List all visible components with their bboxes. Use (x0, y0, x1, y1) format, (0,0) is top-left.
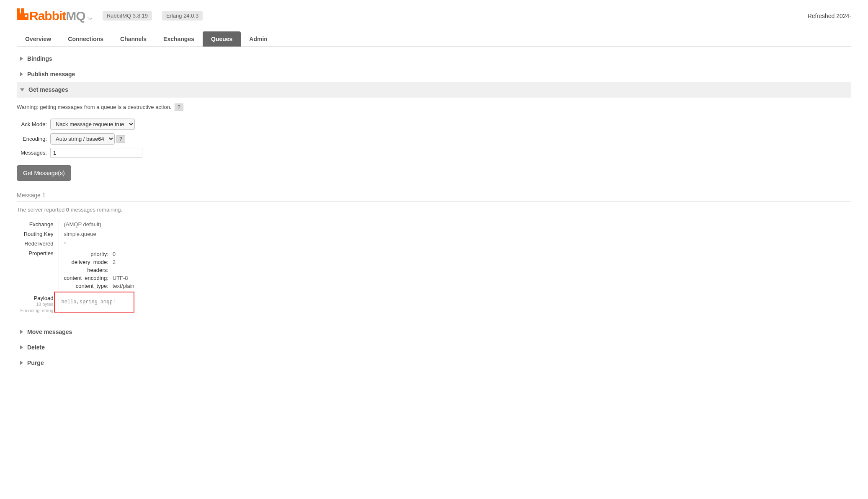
ack-mode-select[interactable]: Nack message requeue true (50, 119, 135, 130)
headers-value (111, 266, 134, 274)
tab-exchanges[interactable]: Exchanges (155, 31, 203, 47)
payload-label: Payload (17, 295, 54, 301)
section-move-messages[interactable]: Move messages (17, 324, 851, 340)
payload-row: Payload 18 bytes Encoding: string hello,… (17, 292, 134, 316)
section-purge-label: Purge (27, 359, 44, 366)
messages-label: Messages: (17, 150, 50, 156)
logo[interactable]: RabbitMQ TM (17, 8, 93, 23)
chevron-right-icon (20, 57, 23, 61)
section-delete[interactable]: Delete (17, 340, 851, 355)
messages-remaining: The server reported 0 messages remaining… (17, 207, 851, 213)
exchange-row: Exchange (AMQP default) (17, 220, 134, 229)
payload-encoding: Encoding: string (17, 308, 54, 314)
main-tabs: Overview Connections Channels Exchanges … (17, 31, 851, 47)
properties-row: Properties priority: 0 delivery_mode: 2 (17, 248, 134, 292)
tab-queues[interactable]: Queues (203, 31, 241, 47)
chevron-right-icon (20, 330, 23, 334)
get-messages-button[interactable]: Get Message(s) (17, 165, 71, 181)
header-row: RabbitMQ TM RabbitMQ 3.8.19 Erlang 24.0.… (17, 8, 851, 23)
redelivered-value: ○ (59, 239, 134, 248)
logo-tm: TM (87, 17, 93, 21)
section-get-messages-label: Get messages (28, 86, 68, 93)
tab-connections[interactable]: Connections (59, 31, 112, 47)
payload-label-cell: Payload 18 bytes Encoding: string (17, 292, 59, 316)
routing-key-row: Routing Key simple.queue (17, 229, 134, 239)
properties-value: priority: 0 delivery_mode: 2 headers: (59, 248, 134, 292)
redelivered-label: Redelivered (17, 239, 59, 248)
remaining-prefix: The server reported (17, 207, 66, 213)
refreshed-text: Refreshed 2024- (808, 13, 851, 19)
priority-label: priority: (64, 250, 111, 258)
header-left: RabbitMQ TM RabbitMQ 3.8.19 Erlang 24.0.… (17, 8, 203, 23)
warning-text: Warning: getting messages from a queue i… (17, 103, 851, 111)
content-encoding-value: UTF-8 (111, 274, 134, 282)
content-type-label: content_type: (64, 282, 111, 290)
content-type-value: text/plain (111, 282, 134, 290)
chevron-right-icon (20, 361, 23, 365)
help-button[interactable]: ? (175, 103, 183, 111)
section-publish-message[interactable]: Publish message (17, 67, 851, 82)
delivery-mode-label: delivery_mode: (64, 258, 111, 266)
remaining-count: 0 (66, 207, 69, 213)
routing-key-label: Routing Key (17, 229, 59, 239)
get-messages-body: Warning: getting messages from a queue i… (17, 98, 851, 324)
redelivered-row: Redelivered ○ (17, 239, 134, 248)
content-encoding-label: content_encoding: (64, 274, 111, 282)
headers-label: headers: (64, 266, 111, 274)
chevron-right-icon (20, 345, 23, 349)
chevron-right-icon (20, 72, 23, 76)
tab-channels[interactable]: Channels (112, 31, 155, 47)
svg-rect-3 (25, 15, 27, 17)
warning-message: Warning: getting messages from a queue i… (17, 104, 171, 110)
payload-value-cell: hello,spring amqp! (59, 292, 134, 316)
encoding-help-button[interactable]: ? (116, 135, 125, 143)
routing-key-value: simple.queue (59, 229, 134, 239)
exchange-label: Exchange (17, 220, 59, 229)
ack-mode-row: Ack Mode: Nack message requeue true (17, 119, 851, 130)
rabbitmq-version-badge: RabbitMQ 3.8.19 (103, 11, 152, 21)
message-details-table: Exchange (AMQP default) Routing Key simp… (17, 220, 134, 316)
section-move-label: Move messages (27, 328, 72, 335)
encoding-label: Encoding: (17, 136, 50, 142)
erlang-version-badge: Erlang 24.0.3 (162, 11, 203, 21)
encoding-select[interactable]: Auto string / base64 (50, 133, 115, 145)
properties-label: Properties (17, 248, 59, 292)
logo-text-mq: MQ (66, 9, 85, 23)
encoding-row: Encoding: Auto string / base64 ? (17, 133, 851, 145)
message-heading: Message 1 (17, 189, 851, 202)
rabbitmq-logo-icon (17, 8, 28, 20)
logo-text-rabbit: Rabbit (29, 9, 66, 23)
tab-admin[interactable]: Admin (241, 31, 276, 47)
section-bindings-label: Bindings (27, 55, 52, 62)
priority-value: 0 (111, 250, 134, 258)
payload-bytes: 18 bytes (17, 301, 54, 308)
delivery-mode-value: 2 (111, 258, 134, 266)
messages-input[interactable] (50, 148, 142, 158)
section-bindings[interactable]: Bindings (17, 51, 851, 67)
section-publish-label: Publish message (27, 71, 75, 78)
section-purge[interactable]: Purge (17, 355, 851, 371)
messages-row: Messages: (17, 148, 851, 158)
section-delete-label: Delete (27, 344, 45, 351)
section-get-messages[interactable]: Get messages (17, 82, 851, 98)
remaining-suffix: messages remaining. (69, 207, 122, 213)
ack-mode-label: Ack Mode: (17, 121, 50, 127)
exchange-value: (AMQP default) (59, 220, 134, 229)
payload-box: hello,spring amqp! (54, 292, 134, 313)
tab-overview[interactable]: Overview (17, 31, 59, 47)
chevron-down-icon (20, 88, 24, 91)
